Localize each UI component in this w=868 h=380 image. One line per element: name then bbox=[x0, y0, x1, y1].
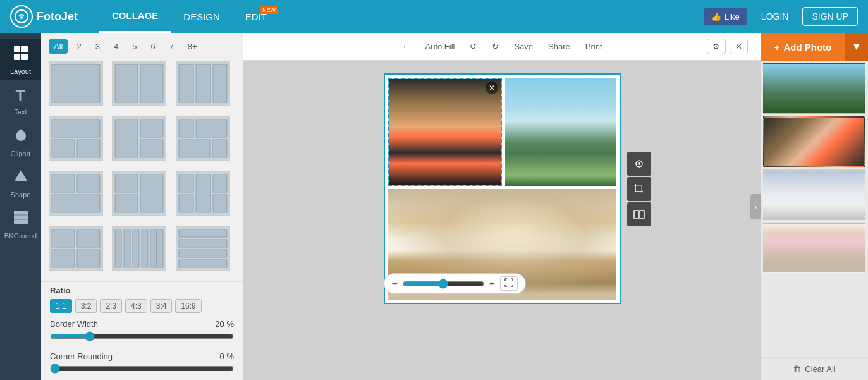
sidebar-item-shape[interactable]: Shape bbox=[0, 162, 41, 204]
add-photo-button[interactable]: + Add Photo bbox=[761, 33, 845, 61]
collage-cell-woman[interactable]: ✕ bbox=[388, 78, 502, 186]
close-button[interactable]: ✕ bbox=[730, 39, 748, 54]
filter-tab-all[interactable]: All bbox=[49, 39, 68, 54]
crop-tool[interactable] bbox=[627, 177, 651, 201]
layout-thumb-3[interactable] bbox=[176, 61, 230, 106]
photo-thumb-cat-white[interactable] bbox=[763, 169, 865, 220]
toolbar-right: ⚙ ✕ bbox=[707, 39, 748, 54]
svg-rect-10 bbox=[52, 64, 100, 102]
svg-rect-37 bbox=[52, 230, 75, 247]
filter-tab-2[interactable]: 2 bbox=[71, 39, 86, 54]
corner-rounding-label: Corner Rounding bbox=[50, 352, 113, 361]
ratio-3-4[interactable]: 3:4 bbox=[150, 299, 173, 313]
border-width-slider[interactable] bbox=[50, 331, 234, 341]
redo-button[interactable]: ↻ bbox=[487, 39, 504, 54]
ratio-3-2[interactable]: 3:2 bbox=[75, 299, 97, 313]
layout-thumb-5[interactable] bbox=[112, 116, 166, 161]
photo-thumb-flowers[interactable] bbox=[763, 223, 865, 273]
share-button[interactable]: Share bbox=[543, 39, 575, 54]
nav-tabs: COLLAGE DESIGN EDIT NEW bbox=[99, 0, 279, 33]
ratio-16-9[interactable]: 16:9 bbox=[175, 299, 201, 313]
auto-fill-button[interactable]: Auto Fill bbox=[420, 39, 460, 54]
layout-thumb-9[interactable] bbox=[176, 171, 230, 216]
svg-rect-19 bbox=[115, 120, 138, 157]
sidebar-item-text[interactable]: T Text bbox=[0, 80, 41, 121]
svg-rect-31 bbox=[115, 195, 138, 212]
thumbs-up-icon: 👍 bbox=[711, 12, 721, 21]
svg-rect-3 bbox=[21, 46, 28, 52]
split-tool[interactable] bbox=[627, 202, 651, 226]
photo-thumb-lighthouse[interactable] bbox=[763, 63, 865, 114]
undo-button[interactable]: ↺ bbox=[465, 39, 482, 54]
layout-thumb-7[interactable] bbox=[49, 171, 103, 216]
zoom-in-button[interactable]: + bbox=[489, 278, 495, 290]
zoom-slider[interactable] bbox=[403, 279, 484, 289]
svg-rect-16 bbox=[52, 120, 100, 137]
add-photo-dropdown[interactable]: ▼ bbox=[845, 33, 868, 61]
svg-rect-28 bbox=[52, 195, 100, 212]
svg-rect-40 bbox=[77, 250, 100, 267]
svg-rect-29 bbox=[115, 175, 138, 192]
panel-collapse-arrow[interactable]: › bbox=[750, 194, 761, 219]
layout-thumb-8[interactable] bbox=[112, 171, 166, 216]
ratio-buttons: 1:1 3:2 2:3 4:3 3:4 16:9 bbox=[50, 299, 234, 313]
svg-rect-27 bbox=[77, 175, 100, 192]
layout-thumb-1[interactable] bbox=[49, 61, 103, 106]
layout-thumb-6[interactable] bbox=[176, 116, 230, 161]
clipart-label: Clipart bbox=[11, 150, 31, 157]
photo-thumb-woman[interactable] bbox=[763, 116, 865, 167]
text-icon: T bbox=[16, 86, 26, 106]
layout-thumb-10[interactable] bbox=[49, 226, 103, 271]
ratio-1-1[interactable]: 1:1 bbox=[50, 299, 72, 313]
shape-label: Shape bbox=[11, 191, 31, 199]
redo-icon: ↻ bbox=[492, 42, 499, 51]
print-button[interactable]: Print bbox=[580, 39, 608, 54]
fullscreen-button[interactable] bbox=[500, 276, 518, 291]
shape-icon bbox=[13, 168, 29, 188]
zoom-out-button[interactable]: − bbox=[392, 278, 398, 290]
layout-thumb-2[interactable] bbox=[112, 61, 166, 106]
layout-thumb-11[interactable] bbox=[112, 226, 166, 271]
brightness-tool[interactable] bbox=[627, 152, 651, 176]
svg-rect-4 bbox=[14, 54, 20, 60]
settings-button[interactable]: ⚙ bbox=[707, 39, 726, 54]
sidebar-item-background[interactable]: BKGround bbox=[0, 204, 41, 245]
filter-tab-4[interactable]: 4 bbox=[109, 39, 123, 54]
signup-button[interactable]: SIGN UP bbox=[802, 7, 858, 26]
ratio-4-3[interactable]: 4:3 bbox=[125, 299, 147, 313]
undo-icon: ↺ bbox=[470, 42, 477, 51]
layout-thumb-4[interactable] bbox=[49, 116, 103, 161]
filter-tab-3[interactable]: 3 bbox=[90, 39, 105, 54]
layout-icon bbox=[13, 45, 29, 65]
nav-tab-edit[interactable]: EDIT NEW bbox=[233, 0, 279, 33]
svg-rect-50 bbox=[179, 260, 227, 267]
cell-close-woman[interactable]: ✕ bbox=[486, 82, 498, 94]
corner-rounding-slider[interactable] bbox=[50, 364, 234, 374]
svg-rect-35 bbox=[179, 195, 193, 212]
right-panel: + Add Photo ▼ › 🗑 Clear All bbox=[761, 33, 868, 380]
sidebar-item-clipart[interactable]: Clipart bbox=[0, 121, 41, 162]
filter-tab-8plus[interactable]: 8+ bbox=[183, 39, 202, 54]
ratio-label: Ratio bbox=[50, 286, 234, 295]
login-button[interactable]: LOGIN bbox=[754, 8, 797, 25]
layout-thumb-12[interactable] bbox=[176, 226, 230, 271]
filter-tab-7[interactable]: 7 bbox=[164, 39, 179, 54]
svg-rect-49 bbox=[179, 250, 227, 257]
filter-tab-5[interactable]: 5 bbox=[127, 39, 142, 54]
svg-rect-12 bbox=[140, 64, 163, 102]
nav-tab-design[interactable]: DESIGN bbox=[171, 0, 233, 33]
svg-rect-30 bbox=[140, 175, 163, 212]
filter-tab-6[interactable]: 6 bbox=[145, 39, 160, 54]
ratio-2-3[interactable]: 2:3 bbox=[100, 299, 122, 313]
like-button[interactable]: 👍 Like bbox=[704, 8, 747, 25]
back-button[interactable]: ← bbox=[396, 39, 415, 54]
top-nav: FotoJet COLLAGE DESIGN EDIT NEW 👍 Like L… bbox=[0, 0, 868, 33]
svg-rect-21 bbox=[140, 140, 163, 157]
sidebar-item-layout[interactable]: Layout bbox=[0, 39, 41, 80]
save-button[interactable]: Save bbox=[509, 39, 538, 54]
clear-all-button[interactable]: 🗑 Clear All bbox=[761, 357, 868, 380]
collage-cell-lighthouse[interactable] bbox=[505, 78, 616, 186]
svg-rect-14 bbox=[196, 64, 211, 102]
nav-tab-collage[interactable]: COLLAGE bbox=[99, 0, 171, 33]
svg-rect-41 bbox=[115, 230, 121, 267]
